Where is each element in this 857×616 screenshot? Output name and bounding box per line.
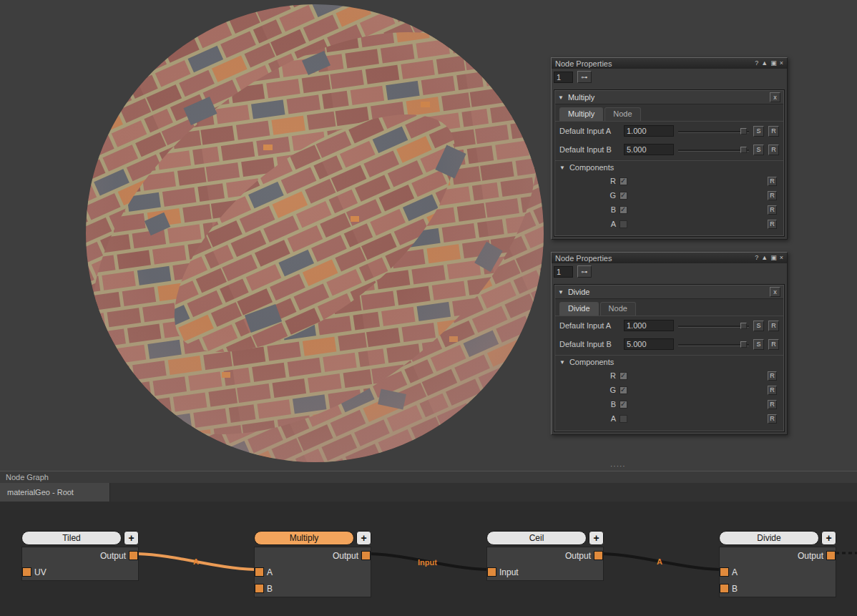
float-panel-icon[interactable]: ▣ <box>770 253 777 263</box>
field-label: Default Input B <box>559 145 620 154</box>
graph-node-ceil[interactable]: Ceil + Output Input <box>486 531 604 581</box>
reset-button[interactable]: R <box>768 339 779 350</box>
reset-button[interactable]: R <box>768 371 777 381</box>
reset-button[interactable]: R <box>768 126 779 137</box>
default-input-b-field[interactable] <box>624 338 674 350</box>
tab-label: materialGeo - Root <box>7 488 74 497</box>
slider-handle[interactable] <box>740 147 747 153</box>
component-checkbox-g[interactable] <box>620 192 627 200</box>
reset-button[interactable]: R <box>768 386 777 395</box>
collapse-arrow-icon[interactable]: ▼ <box>559 165 565 171</box>
panel-index-input[interactable] <box>554 266 573 278</box>
float-panel-icon[interactable]: ▣ <box>770 58 777 69</box>
reset-button[interactable]: R <box>768 400 777 409</box>
graph-node-tiled[interactable]: Tiled + Output UV <box>21 531 139 581</box>
input-port-label: A <box>267 567 273 577</box>
reset-button[interactable]: R <box>768 191 777 200</box>
slider-handle[interactable] <box>740 323 747 329</box>
remove-node-section-button[interactable]: x <box>770 287 780 297</box>
node-title-bar[interactable]: Multiply <box>254 531 354 545</box>
input-port-a[interactable] <box>255 567 264 577</box>
collapse-panel-icon[interactable]: ▲ <box>761 253 768 263</box>
component-checkbox-r[interactable] <box>620 177 627 185</box>
node-add-button[interactable]: + <box>589 531 604 545</box>
pin-button[interactable]: ⊶ <box>577 265 592 278</box>
pane-splitter[interactable]: ····· <box>0 465 857 471</box>
component-checkbox-r[interactable] <box>620 372 627 380</box>
input-port-input[interactable] <box>487 567 496 577</box>
slider-handle[interactable] <box>740 341 747 348</box>
slider-s-button[interactable]: S <box>753 126 764 137</box>
help-icon[interactable]: ? <box>755 253 758 263</box>
node-add-button[interactable]: + <box>356 531 371 545</box>
input-port-a[interactable] <box>720 567 729 577</box>
components-section-header[interactable]: ▼ Components <box>555 355 783 368</box>
component-row-r: R R <box>555 368 783 383</box>
splitter-handle-icon[interactable]: ····· <box>610 462 626 470</box>
tab-node[interactable]: Node <box>604 107 640 121</box>
default-input-a-slider[interactable] <box>678 127 749 136</box>
tab-divide[interactable]: Divide <box>559 302 599 316</box>
tab-materialgeo-root[interactable]: materialGeo - Root <box>0 483 110 502</box>
output-port[interactable] <box>361 551 371 560</box>
node-title-bar[interactable]: Tiled <box>21 531 122 545</box>
slider-s-button[interactable]: S <box>753 339 764 350</box>
panel-titlebar[interactable]: Node Properties ? ▲ ▣ × <box>552 58 787 69</box>
close-panel-icon[interactable]: × <box>780 253 783 263</box>
remove-node-section-button[interactable]: x <box>770 92 780 102</box>
default-input-b-slider[interactable] <box>678 340 749 349</box>
input-port-b[interactable] <box>720 584 729 593</box>
collapse-arrow-icon[interactable]: ▼ <box>558 289 564 295</box>
component-checkbox-a[interactable] <box>620 415 627 423</box>
component-checkbox-b[interactable] <box>620 206 627 214</box>
default-input-b-slider[interactable] <box>678 145 749 155</box>
graph-node-multiply[interactable]: Multiply + Output A B <box>254 531 371 597</box>
reset-button[interactable]: R <box>768 321 779 331</box>
node-add-button[interactable]: + <box>124 531 139 545</box>
components-section-header[interactable]: ▼ Components <box>555 160 783 174</box>
component-checkbox-a[interactable] <box>620 220 627 228</box>
node-graph-canvas[interactable]: A Input A Tiled + Output UV Multiply <box>0 502 857 616</box>
output-port-label: Output <box>798 551 823 561</box>
slider-s-button[interactable]: S <box>753 321 764 331</box>
node-section-header[interactable]: ▼ Multiply x <box>555 91 783 104</box>
graph-node-divide[interactable]: Divide + Output A B <box>719 531 836 597</box>
default-input-a-slider[interactable] <box>678 321 749 331</box>
tab-multiply[interactable]: Multiply <box>559 107 603 121</box>
output-port[interactable] <box>594 551 603 560</box>
close-panel-icon[interactable]: × <box>780 58 783 69</box>
panel-title: Node Properties <box>555 59 612 68</box>
tab-node[interactable]: Node <box>600 302 636 316</box>
reset-button[interactable]: R <box>768 145 779 155</box>
default-input-a-field[interactable] <box>624 320 674 331</box>
slider-s-button[interactable]: S <box>753 145 764 155</box>
reset-button[interactable]: R <box>768 177 777 186</box>
panel-body: ▼ Multiply x Multiply Node Default Input… <box>554 89 785 237</box>
slider-handle[interactable] <box>740 128 747 135</box>
panel-titlebar[interactable]: Node Properties ? ▲ ▣ × <box>552 253 787 263</box>
node-add-button[interactable]: + <box>821 531 836 545</box>
panel-title: Node Properties <box>555 254 612 263</box>
component-checkbox-g[interactable] <box>620 386 627 394</box>
input-port-uv[interactable] <box>22 567 31 577</box>
default-input-a-field[interactable] <box>624 125 674 137</box>
collapse-arrow-icon[interactable]: ▼ <box>559 359 565 366</box>
node-title-bar[interactable]: Ceil <box>486 531 587 545</box>
collapse-arrow-icon[interactable]: ▼ <box>558 94 564 101</box>
reset-button[interactable]: R <box>768 220 777 229</box>
output-port[interactable] <box>826 551 836 560</box>
component-label: A <box>559 414 620 423</box>
default-input-b-field[interactable] <box>624 144 674 155</box>
node-graph-titlebar[interactable]: Node Graph <box>0 471 857 483</box>
component-checkbox-b[interactable] <box>620 401 627 409</box>
node-title-bar[interactable]: Divide <box>719 531 819 545</box>
input-port-b[interactable] <box>255 584 264 593</box>
pin-button[interactable]: ⊶ <box>577 71 592 83</box>
panel-index-input[interactable] <box>554 72 573 83</box>
reset-button[interactable]: R <box>768 414 777 424</box>
output-port[interactable] <box>129 551 138 560</box>
collapse-panel-icon[interactable]: ▲ <box>761 58 768 69</box>
reset-button[interactable]: R <box>768 205 777 215</box>
node-section-header[interactable]: ▼ Divide x <box>555 285 783 299</box>
help-icon[interactable]: ? <box>755 58 758 69</box>
